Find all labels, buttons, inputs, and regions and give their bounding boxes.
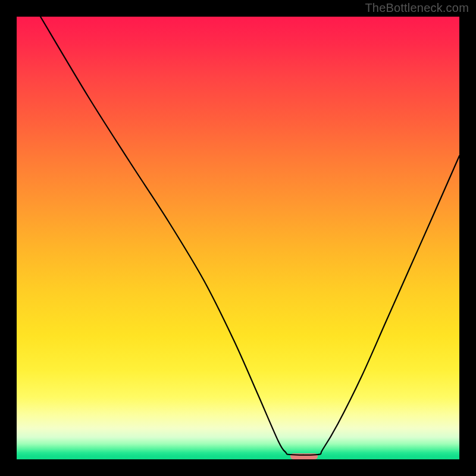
chart-frame: TheBottleneck.com bbox=[0, 0, 476, 476]
bottleneck-curve-path bbox=[40, 17, 459, 455]
curve-svg bbox=[17, 17, 459, 459]
watermark-text: TheBottleneck.com bbox=[365, 1, 469, 15]
plot-area bbox=[17, 17, 459, 459]
